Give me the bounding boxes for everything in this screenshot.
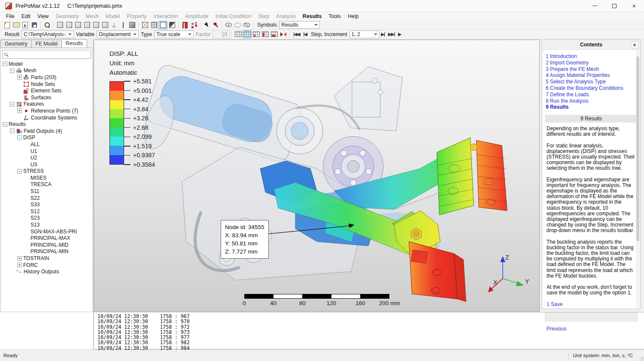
hide-eye-icon[interactable] xyxy=(242,21,251,29)
save-link[interactable]: 1 Save xyxy=(542,301,640,307)
table-red-row-icon[interactable] xyxy=(270,30,279,38)
go-prev-button[interactable]: |◀ xyxy=(301,32,309,37)
tree-expander[interactable]: + xyxy=(17,75,22,80)
menu-initial-condition[interactable]: Initial Condition xyxy=(212,12,255,20)
tree-expander[interactable]: − xyxy=(10,68,15,73)
tree-item-s13[interactable]: S13 xyxy=(1,221,92,228)
tree-expander[interactable]: + xyxy=(17,256,22,261)
menu-results[interactable]: Results xyxy=(299,12,325,20)
tree-item-stress[interactable]: −STRESS xyxy=(1,168,92,175)
resize-grip[interactable] xyxy=(639,357,643,361)
menu-model[interactable]: Model xyxy=(102,12,124,20)
tree-item-s11[interactable]: S11 xyxy=(1,188,92,195)
remove-annotations-icon[interactable] xyxy=(211,21,220,29)
tree-item-u3[interactable]: U3 xyxy=(1,161,92,168)
view-back-icon[interactable] xyxy=(64,21,73,29)
menu-geometry[interactable]: Geometry xyxy=(52,12,82,20)
symbols-combo[interactable]: Results xyxy=(279,21,320,29)
thin-line-icon[interactable] xyxy=(118,21,128,29)
tree-item-principal-min[interactable]: PRINCIPAL-MIN xyxy=(1,248,92,255)
variable-combo[interactable]: Displacements xyxy=(97,31,139,38)
wireframe-view-icon[interactable] xyxy=(140,21,149,29)
tree-item-history-outputs[interactable]: History Outputs xyxy=(1,268,92,275)
tree-item-u1[interactable]: U1 xyxy=(1,148,92,155)
show-eye-icon[interactable] xyxy=(224,21,233,29)
tree-item-coordinate-systems[interactable]: Coordinate Systems xyxy=(1,114,92,121)
deformed-toggle-icon[interactable] xyxy=(279,30,288,38)
menu-edit[interactable]: Edit xyxy=(18,12,34,20)
close-button[interactable]: × xyxy=(624,0,644,12)
open-file-icon[interactable] xyxy=(12,21,21,29)
table-red-col-icon[interactable] xyxy=(261,30,270,38)
tree-expander[interactable]: + xyxy=(17,108,22,113)
tree-search[interactable] xyxy=(2,50,91,59)
tree-item-element-sets[interactable]: Element Sets xyxy=(1,87,92,94)
tree-item-all[interactable]: ALL xyxy=(1,141,92,148)
toc-item[interactable]: 5 Select the Analysis Type xyxy=(546,79,640,85)
contents-scrollbar[interactable] xyxy=(636,50,640,308)
tree-item-features[interactable]: −Features xyxy=(1,101,92,108)
menu-tools[interactable]: Tools xyxy=(325,12,344,20)
view-normal-icon[interactable]: ⊥ xyxy=(109,21,118,29)
tree-item-tostrain[interactable]: +TOSTRAIN xyxy=(1,255,92,262)
save-file-icon[interactable] xyxy=(30,21,39,29)
go-last-button[interactable]: ▶▶| xyxy=(386,32,396,37)
view-top-icon[interactable] xyxy=(91,21,100,29)
view-bottom-icon[interactable] xyxy=(100,21,109,29)
menu-mesh[interactable]: Mesh xyxy=(82,12,102,20)
tab-results[interactable]: Results xyxy=(61,39,87,48)
tree-expander[interactable]: − xyxy=(10,102,15,107)
shaded-cube-icon[interactable] xyxy=(128,21,137,29)
tree-item-node-sets[interactable]: Node Sets xyxy=(1,81,92,88)
tree-expander[interactable]: − xyxy=(17,169,22,174)
outline-view-icon[interactable] xyxy=(158,21,167,29)
menu-file[interactable]: File xyxy=(3,12,18,20)
go-first-button[interactable]: |◀◀ xyxy=(292,32,301,37)
tab-fe-model[interactable]: FE Model xyxy=(31,40,62,48)
toc-item[interactable]: 6 Create the Boundary Conditions xyxy=(546,85,640,92)
toc-item[interactable]: 8 Run the Analysis xyxy=(546,98,640,104)
tree-item-mesh[interactable]: −Mesh xyxy=(1,67,92,74)
previous-link[interactable]: Previous xyxy=(542,326,640,332)
toc-item[interactable]: 4 Assign Material Properties xyxy=(546,72,640,79)
view-left-icon[interactable] xyxy=(73,21,82,29)
zoom-fit-icon[interactable] xyxy=(43,21,52,29)
section-view-icon[interactable] xyxy=(167,21,176,29)
view-right-icon[interactable] xyxy=(82,21,91,29)
mesh-view-icon[interactable] xyxy=(149,21,158,29)
tree-item-tresca[interactable]: TRESCA xyxy=(1,181,92,188)
tree-expander[interactable]: + xyxy=(17,263,22,267)
menu-property[interactable]: Property xyxy=(123,12,150,20)
menu-step[interactable]: Step xyxy=(255,12,273,20)
scrollbar-thumb[interactable] xyxy=(636,56,639,241)
tree-item-results[interactable]: −Results xyxy=(1,121,92,128)
menu-analysis[interactable]: Analysis xyxy=(273,12,299,20)
result-combo[interactable]: C:\Temp\Analysis-1.frd xyxy=(21,31,74,38)
query-pointer-icon[interactable] xyxy=(202,21,211,29)
tree-expander[interactable]: − xyxy=(3,122,7,127)
tree-item-field-outputs-4[interactable]: −Field Outputs (4) xyxy=(1,128,92,135)
tree-item-model[interactable]: −Model xyxy=(1,61,92,67)
tree-item-mises[interactable]: MISES xyxy=(1,174,92,181)
tree-item-principal-mid[interactable]: PRINCIPAL-MID xyxy=(1,242,92,248)
toc-item[interactable]: 7 Define the Loads xyxy=(546,92,640,98)
play-button[interactable]: ▶ xyxy=(396,32,403,37)
toc-item[interactable]: 9 Results xyxy=(546,104,640,110)
menu-amplitude[interactable]: Amplitude xyxy=(182,12,212,20)
tree-expander[interactable]: − xyxy=(17,135,22,140)
tree-expander[interactable]: − xyxy=(3,61,7,66)
table-red-cell-icon[interactable] xyxy=(252,30,261,38)
step-increment-combo[interactable]: 1, 2 xyxy=(349,31,380,38)
go-next-button[interactable]: ▶| xyxy=(380,32,387,37)
tree-item-principal-max[interactable]: PRINCIPAL-MAX xyxy=(1,235,92,242)
tree-item-u2[interactable]: U2 xyxy=(1,154,92,161)
tree-item-forc[interactable]: +FORC xyxy=(1,262,92,269)
tree-item-s33[interactable]: S33 xyxy=(1,201,92,208)
viewport-3d[interactable]: DISP: ALL Unit: mm Automatic +5.581+5.00… xyxy=(94,40,540,312)
materials-icon[interactable] xyxy=(180,21,189,29)
tree-item-reference-points-7[interactable]: +Reference Points (7) xyxy=(1,107,92,114)
minimize-button[interactable] xyxy=(585,0,605,12)
maximize-button[interactable] xyxy=(605,0,624,12)
lasso-select-icon[interactable] xyxy=(233,21,242,29)
tree-item-disp[interactable]: −DISP xyxy=(1,135,92,141)
